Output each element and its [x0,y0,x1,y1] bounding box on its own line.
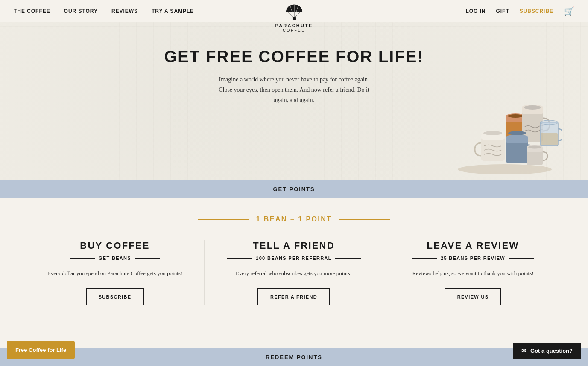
hero-section: GET FREE COFFEE FOR LIFE! Imagine a worl… [0,22,588,180]
equation-line-left [198,219,249,220]
nav-link-coffee[interactable]: THE COFFEE [14,8,50,14]
brand-name: PARACHUTE [275,23,313,28]
subscribe-button[interactable]: SUBSCRIBE [86,288,144,305]
svg-point-19 [483,131,502,135]
redeem-points-banner: REDEEM POINTS [0,348,588,366]
equation-line-right [339,219,390,220]
nav-link-story[interactable]: OUR STORY [64,8,98,14]
svg-point-22 [506,134,528,140]
nav-right: LOG IN GIFT SUBSCRIBE 🛒 [465,6,574,16]
card-tell-friend-title: TELL A FRIEND [222,240,366,251]
bean-equation: 1 BEAN = 1 POINT [26,215,562,223]
question-label: Got a question? [530,348,573,354]
review-us-button[interactable]: REVIEW US [445,288,502,305]
nav-left: THE COFFEE OUR STORY REVIEWS TRY A SAMPL… [14,8,194,14]
hero-title: GET FREE COFFEE FOR LIFE! [14,48,574,66]
equation-text: 1 BEAN = 1 POINT [256,215,332,223]
cards-grid: BUY COFFEE GET BEANS Every dollar you sp… [26,240,562,305]
refer-friend-button[interactable]: REFER A FRIEND [257,288,330,305]
card-buy-coffee-subtitle: GET BEANS [43,256,187,261]
nav-link-reviews[interactable]: REVIEWS [111,8,138,14]
card-review-title: LEAVE A REVIEW [401,240,545,251]
card-tell-friend-desc: Every referral who subscribes gets you m… [222,269,366,278]
card-buy-coffee: BUY COFFEE GET BEANS Every dollar you sp… [26,240,205,305]
svg-line-0 [288,12,293,17]
got-question-button[interactable]: ✉ Got a question? [513,343,581,359]
nav-gift[interactable]: GIFT [496,8,509,14]
card-tell-friend: TELL A FRIEND 100 BEANS PER REFERRAL Eve… [205,240,383,305]
free-coffee-toast[interactable]: Free Coffee for Life [7,341,75,359]
svg-point-12 [524,105,541,110]
svg-rect-15 [541,133,558,145]
card-review-desc: Reviews help us, so we want to thank you… [401,269,545,278]
card-review-subtitle: 25 BEANS PER REVIEW [401,256,545,261]
cart-icon[interactable]: 🛒 [564,6,574,16]
brand-logo[interactable]: PARACHUTE COFFEE [275,2,313,32]
svg-rect-3 [292,17,295,20]
card-buy-coffee-title: BUY COFFEE [43,240,187,251]
svg-line-1 [295,12,300,17]
nav-link-sample[interactable]: TRY A SAMPLE [152,8,194,14]
svg-point-27 [528,146,541,149]
brand-sub: COFFEE [283,28,305,32]
envelope-icon: ✉ [521,348,526,354]
points-section: 1 BEAN = 1 POINT BUY COFFEE GET BEANS Ev… [0,198,588,331]
svg-point-8 [508,114,523,118]
nav-subscribe[interactable]: SUBSCRIBE [520,8,553,14]
svg-point-4 [458,164,552,174]
get-points-banner: GET POINTS [0,180,588,198]
card-review: LEAVE A REVIEW 25 BEANS PER REVIEW Revie… [383,240,562,305]
navigation: THE COFFEE OUR STORY REVIEWS TRY A SAMPL… [0,0,588,22]
hero-description: Imagine a world where you never have to … [213,75,375,105]
nav-login[interactable]: LOG IN [465,8,486,14]
card-tell-friend-subtitle: 100 BEANS PER REFERRAL [222,256,366,261]
svg-point-14 [540,120,558,125]
svg-point-23 [508,131,526,135]
card-buy-coffee-desc: Every dollar you spend on Parachute Coff… [43,269,187,278]
mugs-illustration [443,82,562,176]
